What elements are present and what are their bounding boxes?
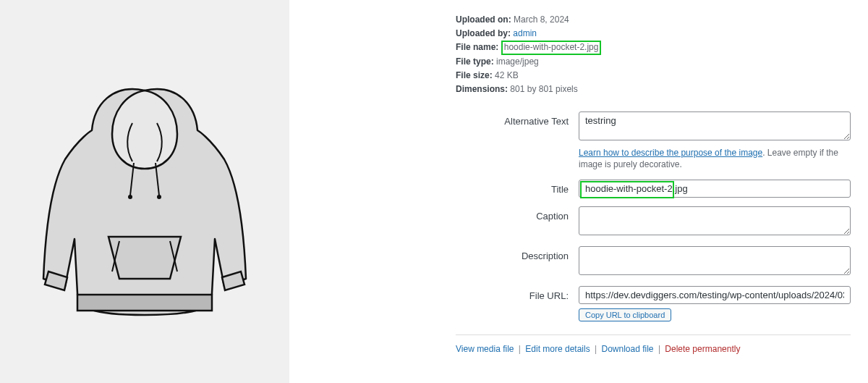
media-preview-pane [0,0,289,383]
uploaded-by-link[interactable]: admin [513,28,537,38]
file-name-value: hoodie-with-pocket-2.jpg [501,41,602,55]
copy-url-button[interactable]: Copy URL to clipboard [579,308,671,321]
caption-input[interactable] [579,206,851,235]
svg-point-0 [128,195,132,199]
file-size-value: 42 KB [495,70,519,80]
svg-point-1 [157,195,161,199]
delete-permanently-link[interactable]: Delete permanently [665,344,740,354]
description-label: Description [456,246,579,261]
file-size-label: File size: [456,70,493,80]
alt-text-label: Alternative Text [456,111,579,127]
dimensions-value: 801 by 801 pixels [510,84,577,94]
uploaded-on-label: Uploaded on: [456,14,511,25]
sep: | [592,344,599,354]
file-type-value: image/jpeg [496,56,539,67]
alt-text-help: Learn how to describe the purpose of the… [579,147,851,172]
attachment-details-pane: Uploaded on: March 8, 2024 Uploaded by: … [289,0,868,383]
file-url-input[interactable] [579,286,851,304]
uploaded-on-value: March 8, 2024 [514,14,569,25]
view-media-link[interactable]: View media file [456,344,514,354]
file-url-label: File URL: [456,286,579,301]
description-input[interactable] [579,246,851,275]
file-name-label: File name: [456,42,498,52]
attachment-meta: Uploaded on: March 8, 2024 Uploaded by: … [456,13,851,97]
title-label: Title [456,180,579,195]
alt-text-input[interactable] [579,111,851,140]
attachment-actions: View media file | Edit more details | Do… [456,344,851,354]
dimensions-label: Dimensions: [456,84,508,94]
sep: | [656,344,663,354]
download-file-link[interactable]: Download file [601,344,653,354]
edit-details-link[interactable]: Edit more details [525,344,590,354]
attachment-image[interactable] [40,54,250,329]
caption-label: Caption [456,206,579,222]
file-type-label: File type: [456,56,494,67]
alt-help-link[interactable]: Learn how to describe the purpose of the… [579,148,762,158]
divider [456,334,851,335]
uploaded-by-label: Uploaded by: [456,28,511,38]
sep: | [516,344,523,354]
title-input[interactable] [579,180,851,198]
